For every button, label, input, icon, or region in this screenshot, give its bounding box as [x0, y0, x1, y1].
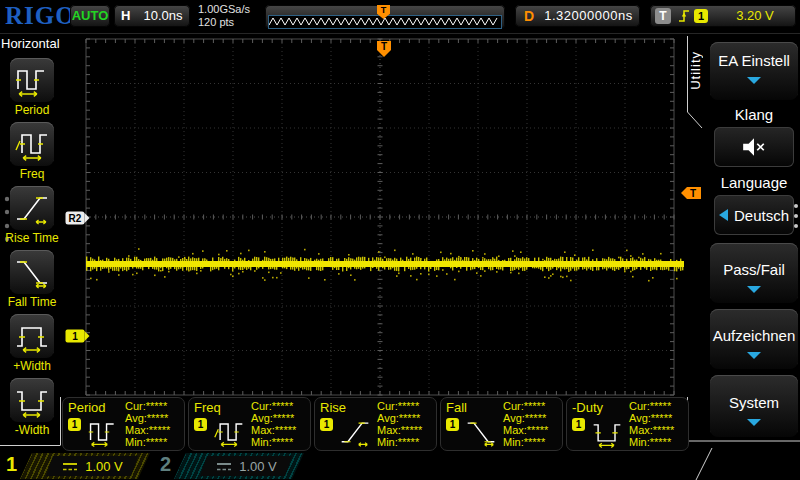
- menu-button-language-label: Language: [721, 174, 788, 191]
- channel-1-number: 1: [6, 453, 17, 476]
- chevron-left-icon: [719, 209, 728, 221]
- trigger-position-marker[interactable]: T: [377, 41, 391, 57]
- top-status-bar: RIGOL AUTO H 10.0ns 1.00GSa/s 120 pts T …: [0, 0, 800, 34]
- utility-tab-label: Utility: [688, 51, 703, 90]
- measure-item-plus-width-label: +Width: [0, 359, 64, 373]
- measurement-duty: -Duty 1 Cur:***** Avg:***** Max:***** Mi…: [566, 397, 689, 451]
- measure-item-rise-time[interactable]: [10, 186, 54, 230]
- trigger-label: T: [655, 8, 671, 24]
- measurement-period-name: Period: [68, 400, 106, 415]
- svg-text:T: T: [381, 41, 387, 52]
- menu-button-pass-fail-label: Pass/Fail: [710, 261, 798, 278]
- speaker-mute-icon: [741, 136, 767, 158]
- measurement-fall-name: Fall: [446, 400, 467, 415]
- measure-item-rise-time-label: Rise Time: [0, 231, 64, 245]
- horizontal-measure-menu: Horizontal Period Freq Rise Time Fall Ti…: [0, 33, 64, 397]
- grid: [86, 39, 674, 395]
- channel-2-scale-box: 1.00 V: [200, 456, 292, 476]
- measurement-period: Period 1 Cur:***** Avg:***** Max:***** M…: [62, 397, 185, 451]
- memory-depth: 120 pts: [198, 16, 250, 29]
- fall-time-icon: [14, 254, 50, 290]
- dc-coupling-icon: [61, 461, 79, 472]
- chevron-down-icon: [747, 419, 761, 426]
- measure-item-fall-time[interactable]: [10, 250, 54, 294]
- measure-item-freq-label: Freq: [0, 167, 64, 181]
- measure-item-fall-time-label: Fall Time: [0, 295, 64, 309]
- channel-2-status[interactable]: 1.00 V: [174, 453, 304, 479]
- channel-2-number: 2: [160, 453, 171, 476]
- measure-item-period-label: Period: [0, 103, 64, 117]
- delay-value: 1.32000000ns: [541, 5, 636, 27]
- trigger-level-value: 3.20 V: [722, 5, 788, 27]
- measurement-fall-values: Cur:***** Avg:***** Max:***** Min:*****: [503, 400, 548, 448]
- measure-item-plus-width[interactable]: [10, 314, 54, 358]
- channel-badge: 1: [194, 418, 207, 431]
- channel-1-scale-box: 1.00 V: [46, 456, 138, 476]
- minus-width-icon: [14, 382, 50, 418]
- measurement-duty-values: Cur:***** Avg:***** Max:***** Min:*****: [629, 400, 674, 448]
- rise-time-icon: [336, 416, 374, 448]
- timebase-value: 10.0ns: [140, 5, 186, 27]
- menu-button-klang[interactable]: Klang: [710, 106, 798, 167]
- plus-width-icon: [14, 318, 50, 354]
- svg-text:R2: R2: [69, 213, 82, 224]
- language-select[interactable]: Deutsch: [714, 195, 794, 235]
- period-icon: [84, 416, 122, 448]
- dc-coupling-icon: [215, 461, 233, 472]
- menu-button-klang-label: Klang: [735, 106, 773, 123]
- freq-icon: [14, 126, 50, 162]
- rising-edge-icon: [677, 8, 691, 24]
- menu-button-system-label: System: [710, 394, 798, 411]
- menu-button-system[interactable]: System: [710, 375, 798, 437]
- acquisition-info: 1.00GSa/s 120 pts: [198, 3, 250, 29]
- trigger-source-badge: 1: [694, 9, 708, 23]
- menu-button-ea-einstell-label: EA Einstell: [710, 52, 798, 69]
- measurement-duty-name: -Duty: [572, 400, 603, 415]
- measure-item-period[interactable]: [10, 58, 54, 102]
- sample-rate: 1.00GSa/s: [198, 3, 250, 16]
- utility-menu: Utility EA Einstell Klang Language Deuts…: [684, 33, 800, 445]
- measure-item-minus-width-label: -Width: [0, 423, 64, 437]
- measurement-rise: Rise 1 Cur:***** Avg:***** Max:***** Min…: [314, 397, 437, 451]
- trigger-delay: D 1.32000000ns: [515, 5, 640, 27]
- menu-button-pass-fail[interactable]: Pass/Fail: [710, 243, 798, 303]
- channel-badge: 1: [68, 418, 81, 431]
- ch1-trace: [86, 248, 684, 281]
- menu-button-ea-einstell[interactable]: EA Einstell: [710, 42, 798, 100]
- channel-2-scale: 1.00 V: [239, 459, 277, 474]
- freq-icon: [210, 416, 248, 448]
- measurement-period-values: Cur:***** Avg:***** Max:***** Min:*****: [125, 400, 170, 448]
- chevron-down-icon: [747, 352, 761, 359]
- measure-item-minus-width[interactable]: [10, 378, 54, 422]
- menu-button-language[interactable]: Language Deutsch: [710, 174, 798, 235]
- menu-button-aufzeichnen[interactable]: Aufzeichnen: [710, 309, 798, 369]
- measure-item-freq[interactable]: [10, 122, 54, 166]
- channel-status-bar: 1 1.00 V 2 1.00 V: [0, 452, 800, 480]
- oscilloscope-screen: TTR21 RIGOL AUTO H 10.0ns 1.00GSa/s 120 …: [0, 0, 800, 480]
- rise-time-icon: [14, 190, 50, 226]
- fall-time-icon: [462, 416, 500, 448]
- svg-text:1: 1: [72, 331, 78, 342]
- measurement-freq: Freq 1 Cur:***** Avg:***** Max:***** Min…: [188, 397, 311, 451]
- horizontal-timebase: H 10.0ns: [114, 5, 190, 27]
- left-menu-title: Horizontal: [1, 36, 60, 51]
- measurement-rise-name: Rise: [320, 400, 346, 415]
- channel-1-scale: 1.00 V: [85, 459, 123, 474]
- sound-toggle-button[interactable]: [714, 127, 794, 167]
- horizontal-label: H: [121, 5, 130, 27]
- chevron-down-icon: [747, 286, 761, 293]
- period-icon: [14, 62, 50, 98]
- channel-1-status[interactable]: 1.00 V: [20, 453, 150, 479]
- menu-button-aufzeichnen-label: Aufzeichnen: [710, 327, 798, 344]
- minus-duty-icon: [588, 416, 626, 448]
- channel-badge: 1: [320, 418, 333, 431]
- trigger-info: T 1 3.20 V: [650, 5, 796, 27]
- measurement-freq-name: Freq: [194, 400, 221, 415]
- chevron-down-icon: [747, 77, 761, 84]
- channel-badge: 1: [446, 418, 459, 431]
- language-value: Deutsch: [734, 207, 789, 224]
- waveform-preview-bar[interactable]: T: [265, 5, 505, 29]
- measurement-freq-values: Cur:***** Avg:***** Max:***** Min:*****: [251, 400, 296, 448]
- measurement-fall: Fall 1 Cur:***** Avg:***** Max:***** Min…: [440, 397, 563, 451]
- delay-label: D: [524, 5, 534, 27]
